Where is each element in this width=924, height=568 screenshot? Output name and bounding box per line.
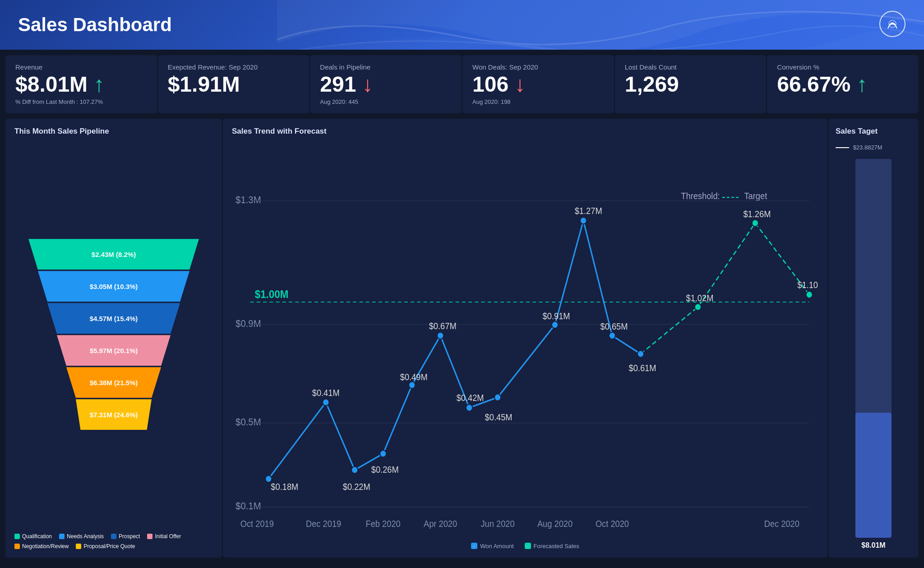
kpi-value: 1,269 bbox=[625, 73, 757, 97]
svg-text:$0.49M: $0.49M bbox=[400, 372, 428, 382]
funnel-title: This Month Sales Pipeline bbox=[14, 127, 213, 136]
legend-label: Proposal/Price Quote bbox=[83, 543, 135, 549]
chart-panel: Sales Trend with Forecast $1.00M Thresho… bbox=[223, 119, 827, 558]
svg-text:Jun 2020: Jun 2020 bbox=[480, 519, 514, 529]
svg-point-41 bbox=[752, 219, 758, 226]
svg-point-19 bbox=[351, 466, 358, 473]
legend-label: Negotiation/Review bbox=[22, 543, 69, 549]
svg-text:Dec 2019: Dec 2019 bbox=[306, 519, 341, 529]
svg-point-23 bbox=[409, 382, 415, 388]
svg-point-33 bbox=[580, 217, 587, 224]
kpi-value: 291 ↓ bbox=[320, 73, 452, 97]
kpi-value: $1.91M bbox=[168, 73, 300, 97]
legend-label: Qualification bbox=[22, 533, 52, 540]
legend-dot bbox=[59, 534, 65, 539]
svg-text:$1.26M: $1.26M bbox=[743, 209, 771, 219]
funnel-segment: $2.43M (8.2%) bbox=[19, 239, 208, 270]
kpi-label: Deals in Pipeline bbox=[320, 63, 452, 71]
legend-label: Prospect bbox=[119, 533, 140, 540]
svg-text:Dec 2020: Dec 2020 bbox=[764, 519, 799, 529]
funnel-segment: $3.05M (10.3%) bbox=[19, 271, 208, 302]
svg-text:$0.9M: $0.9M bbox=[236, 318, 261, 329]
svg-text:Oct 2020: Oct 2020 bbox=[596, 519, 629, 529]
kpi-card: Revenue$8.01M ↑% Diff from Last Month : … bbox=[5, 55, 157, 113]
kpi-card: Conversion %66.67% ↑ bbox=[767, 55, 919, 113]
kpi-label: Won Deals: Sep 2020 bbox=[472, 63, 604, 71]
svg-point-29 bbox=[494, 394, 501, 400]
svg-text:Target: Target bbox=[744, 191, 767, 201]
target-title: Sales Taget bbox=[836, 127, 911, 136]
kpi-arrow: ↓ bbox=[356, 72, 373, 96]
svg-text:Oct 2019: Oct 2019 bbox=[240, 519, 274, 529]
legend-dot bbox=[111, 534, 116, 539]
target-bar-fill bbox=[855, 413, 892, 538]
kpi-card: Exepcted Revenue: Sep 2020$1.91M bbox=[158, 55, 310, 113]
svg-point-37 bbox=[638, 350, 644, 357]
kpi-row: Revenue$8.01M ↑% Diff from Last Month : … bbox=[0, 50, 924, 119]
kpi-card: Won Deals: Sep 2020106 ↓Aug 2020: 198 bbox=[462, 55, 614, 113]
svg-text:Apr 2020: Apr 2020 bbox=[424, 519, 457, 529]
svg-text:$0.61M: $0.61M bbox=[629, 363, 656, 373]
target-bar-wrapper: $8.01M bbox=[836, 159, 911, 549]
kpi-label: Lost Deals Count bbox=[625, 63, 757, 71]
kpi-arrow: ↓ bbox=[508, 72, 525, 96]
svg-point-43 bbox=[806, 291, 813, 298]
target-current-value: $8.01M bbox=[861, 541, 885, 549]
kpi-label: Conversion % bbox=[777, 63, 909, 71]
svg-text:$0.41M: $0.41M bbox=[312, 388, 340, 398]
funnel-legend-item: Prospect bbox=[111, 533, 140, 540]
header-logo bbox=[879, 10, 906, 39]
funnel-segment: $7.31M (24.6%) bbox=[19, 399, 208, 430]
svg-text:$0.22M: $0.22M bbox=[343, 482, 370, 492]
legend-check-box: ✓ bbox=[525, 543, 531, 549]
chart-legend: ✓Won Amount✓Forecasted Sales bbox=[232, 543, 818, 549]
kpi-card: Deals in Pipeline291 ↓Aug 2020: 445 bbox=[310, 55, 462, 113]
chart-legend-label: Forecasted Sales bbox=[534, 543, 579, 549]
svg-text:$1.3M: $1.3M bbox=[236, 194, 261, 205]
legend-dot bbox=[14, 544, 20, 549]
target-bar-bg bbox=[855, 159, 892, 538]
svg-text:$1.00M: $1.00M bbox=[255, 288, 288, 300]
chart-legend-item: ✓Won Amount bbox=[471, 543, 513, 549]
svg-point-27 bbox=[466, 404, 472, 411]
funnel-segment: $5.97M (20.1%) bbox=[19, 335, 208, 366]
legend-dot bbox=[76, 544, 81, 549]
svg-text:$0.1M: $0.1M bbox=[236, 500, 261, 511]
funnel-legend-item: Needs Analysis bbox=[59, 533, 104, 540]
chart-svg-wrapper: $1.00M Threshold: Target $1.3M $0.9M $0.… bbox=[232, 144, 818, 539]
kpi-sub: % Diff from Last Month : 107.27% bbox=[15, 98, 147, 105]
svg-text:$0.26M: $0.26M bbox=[371, 465, 399, 475]
svg-text:$0.42M: $0.42M bbox=[457, 393, 484, 403]
kpi-value: 106 ↓ bbox=[472, 73, 604, 97]
svg-text:$0.67M: $0.67M bbox=[429, 321, 457, 331]
funnel-legend-item: Negotiation/Review bbox=[14, 543, 69, 549]
kpi-sub: Aug 2020: 445 bbox=[320, 98, 452, 105]
svg-text:Aug 2020: Aug 2020 bbox=[537, 519, 573, 529]
kpi-arrow: ↑ bbox=[88, 72, 104, 96]
funnel-segment: $4.57M (15.4%) bbox=[19, 303, 208, 334]
svg-point-15 bbox=[265, 475, 272, 482]
svg-point-35 bbox=[609, 332, 615, 339]
page-title: Sales Dashboard bbox=[18, 14, 172, 36]
svg-text:$1.10M: $1.10M bbox=[797, 280, 818, 290]
svg-text:$1.02M: $1.02M bbox=[686, 293, 713, 303]
kpi-card: Lost Deals Count1,269 bbox=[615, 55, 767, 113]
header: Sales Dashboard bbox=[0, 0, 924, 50]
svg-text:$0.18M: $0.18M bbox=[271, 482, 298, 492]
svg-point-17 bbox=[323, 399, 329, 405]
kpi-label: Revenue bbox=[15, 63, 147, 71]
funnel-segment: $6.38M (21.5%) bbox=[19, 367, 208, 398]
funnel-legend-item: Qualification bbox=[14, 533, 52, 540]
legend-label: Needs Analysis bbox=[67, 533, 104, 540]
svg-text:Threshold:: Threshold: bbox=[681, 191, 720, 201]
target-threshold: $23.8827M bbox=[853, 144, 882, 151]
funnel-panel: This Month Sales Pipeline $2.43M (8.2%)$… bbox=[5, 119, 222, 558]
chart-legend-item: ✓Forecasted Sales bbox=[525, 543, 579, 549]
legend-dot bbox=[14, 534, 20, 539]
header-wave bbox=[277, 0, 924, 50]
svg-text:$0.91M: $0.91M bbox=[543, 311, 570, 321]
main-content: This Month Sales Pipeline $2.43M (8.2%)$… bbox=[0, 119, 924, 563]
chart-svg: $1.00M Threshold: Target $1.3M $0.9M $0.… bbox=[232, 144, 818, 539]
funnel-legend-item: Initial Offer bbox=[147, 533, 181, 540]
svg-point-31 bbox=[552, 321, 558, 328]
